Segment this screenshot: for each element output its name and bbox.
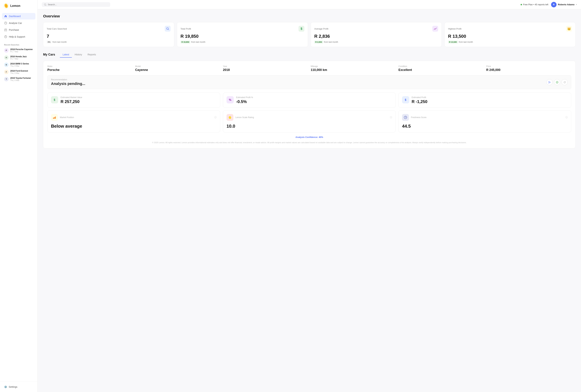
bm-info-icon[interactable]: ⓘ xyxy=(566,116,568,119)
svg-text:$: $ xyxy=(54,98,55,101)
bm-left: Freshness Score xyxy=(402,114,426,121)
stat-value: 7 xyxy=(47,34,170,39)
bm-value: 44.5 xyxy=(402,124,568,129)
stat-icon: 👑 xyxy=(566,26,572,32)
recent-item-r2[interactable]: H 2016 Honda Jazz Fri, 7 Mar xyxy=(1,54,36,61)
bm-info-icon[interactable]: ⓘ xyxy=(214,116,216,119)
sidebar-item-settings[interactable]: ⚙️ Settings xyxy=(2,384,36,390)
bm-label: Lemon Scale Rating xyxy=(236,116,254,119)
app-name: Lemon xyxy=(10,4,20,8)
analyse-label: Analyse Car xyxy=(9,22,22,24)
metric-label: Estimated Market Value xyxy=(60,96,216,99)
metric-header: $ Estimated Market Value R 257,250 xyxy=(51,96,216,104)
my-cars-header: My Cars LatestHistoryReports xyxy=(43,52,576,57)
recent-date: Fri, 7 Mar xyxy=(10,51,33,53)
stat-from-label: from last month xyxy=(52,41,67,43)
svg-point-16 xyxy=(556,81,558,83)
plan-badge: Free Plan • 45 reports left xyxy=(520,3,548,6)
sidebar-item-help[interactable]: Help & Support xyxy=(2,33,36,40)
page-content: Overview Total Cars Searched 7 0% from l… xyxy=(38,9,581,153)
recent-info: 2018 Ford Everest Thu, 6 Mar xyxy=(10,70,28,74)
metric-label: Estimated Profit % xyxy=(236,96,392,99)
search-input[interactable] xyxy=(48,3,108,6)
stat-value: R 13,500 xyxy=(448,34,572,39)
stat-badge: R 13,500 xyxy=(448,41,458,43)
stat-label: Total Cars Searched xyxy=(47,27,67,30)
recent-date: Fri, 7 Mar xyxy=(10,58,27,60)
stat-label: Highest Profit xyxy=(448,27,462,30)
stat-footer: R 2,836 from last month xyxy=(314,41,438,43)
check-circle-icon xyxy=(556,81,558,84)
chevron-down-icon: ▾ xyxy=(576,3,577,6)
stat-from-label: from last month xyxy=(459,41,473,43)
svg-line-15 xyxy=(168,29,169,30)
recent-date: Thu, 6 Mar xyxy=(10,65,29,67)
car-card: Make Porsche Model Cayenne Year 2018 Mil… xyxy=(43,61,576,148)
price-value: R 245,000 xyxy=(486,68,571,72)
refresh-button[interactable] xyxy=(562,79,568,85)
recent-name: 2019 Toyota Fortuner xyxy=(10,77,31,79)
recent-date: Thu, 6 Mar xyxy=(10,72,28,74)
price-label: Price xyxy=(486,65,571,67)
sidebar-item-purchase[interactable]: Purchase xyxy=(2,27,36,33)
recent-name: 2018 Ford Everest xyxy=(10,70,28,72)
svg-rect-21 xyxy=(54,117,55,119)
recommendation-label: Recommendation xyxy=(51,78,85,81)
my-cars-tabs: LatestHistoryReports xyxy=(60,52,99,57)
bm-header: Freshness Score ⓘ xyxy=(402,114,568,121)
recent-item-r4[interactable]: F 2018 Ford Everest Thu, 6 Mar xyxy=(1,68,36,76)
stat-label: Total Profit xyxy=(180,27,191,30)
recent-info: 2016 Honda Jazz Fri, 7 Mar xyxy=(10,55,27,60)
send-button[interactable] xyxy=(546,79,552,85)
purchase-label: Purchase xyxy=(9,28,19,31)
recent-date: Thu, 6 Mar xyxy=(10,79,31,81)
bm-left: Market Position xyxy=(51,114,74,121)
user-avatar: R xyxy=(551,2,556,7)
spec-year: Year 2018 xyxy=(223,65,308,72)
bm-icon xyxy=(226,114,233,121)
confidence-label: Analysis Confidence: xyxy=(296,136,318,138)
recommendation-actions xyxy=(546,79,568,85)
bottom-metric-card-0: Market Position ⓘ Below average xyxy=(48,110,220,132)
recent-avatar: P xyxy=(4,48,8,53)
recent-item-r3[interactable]: B 2016 BMW 3 Series Thu, 6 Mar xyxy=(1,61,36,68)
refresh-icon xyxy=(564,81,566,84)
stat-footer: R 19,850 from last month xyxy=(180,41,304,43)
tab-latest[interactable]: Latest xyxy=(60,52,72,58)
check-button[interactable] xyxy=(554,79,560,85)
recommendation-value: Analysis pending... xyxy=(51,81,85,86)
mileage-value: 110,000 km xyxy=(311,68,396,72)
recommendation-text: Recommendation Analysis pending... xyxy=(51,78,85,86)
metric-card-2: $ Estimated Profit R -1,250 xyxy=(398,93,571,108)
help-label: Help & Support xyxy=(9,35,25,38)
metric-header: $ Estimated Profit R -1,250 xyxy=(402,96,568,104)
stat-header: Total Profit $ xyxy=(180,26,304,32)
stat-icon xyxy=(432,26,438,32)
svg-rect-22 xyxy=(55,117,56,119)
main-content: Free Plan • 45 reports left R Roberto Ad… xyxy=(38,0,581,392)
spec-make: Make Porsche xyxy=(48,65,132,72)
recent-item-r5[interactable]: T 2019 Toyota Fortuner Thu, 6 Mar xyxy=(1,76,36,83)
stat-card-2: Average Profit R 2,836 R 2,836 from last… xyxy=(311,22,442,47)
condition-label: Condition xyxy=(398,65,484,67)
search-bar[interactable] xyxy=(42,2,110,7)
settings-icon: ⚙️ xyxy=(4,386,7,388)
stat-header: Average Profit xyxy=(314,26,438,32)
metric-label: Estimated Profit xyxy=(412,96,568,99)
metric-content: Estimated Market Value R 257,250 xyxy=(60,96,216,104)
spec-price: Price R 245,000 xyxy=(486,65,571,72)
bm-left: Lemon Scale Rating xyxy=(226,114,254,121)
sidebar-item-dashboard[interactable]: Dashboard xyxy=(2,13,36,19)
tab-history[interactable]: History xyxy=(72,52,85,58)
send-icon xyxy=(548,81,551,84)
recent-item-r1[interactable]: P 2018 Porsche Cayenne Fri, 7 Mar xyxy=(1,47,36,54)
sidebar-item-analyse[interactable]: Analyse Car xyxy=(2,20,36,26)
user-menu[interactable]: R Roberto Adamo ▾ xyxy=(551,2,577,7)
metric-value: -0.5% xyxy=(236,99,392,104)
metric-content: Estimated Profit R -1,250 xyxy=(412,96,568,104)
tab-reports[interactable]: Reports xyxy=(85,52,99,58)
lemon-logo-icon xyxy=(4,3,9,8)
bm-value: Below average xyxy=(51,124,216,129)
bm-info-icon[interactable]: ⓘ xyxy=(390,116,392,119)
bm-label: Market Position xyxy=(60,116,74,119)
